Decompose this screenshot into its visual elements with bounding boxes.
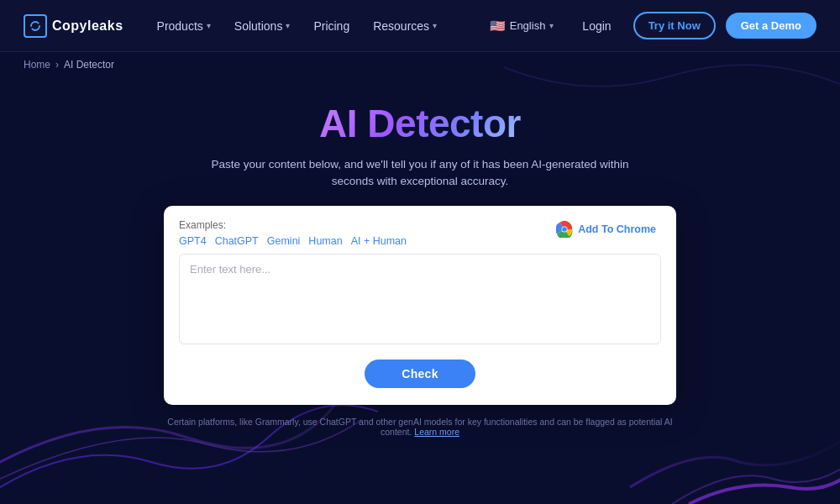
footer-notice: Certain platforms, like Grammarly, use C…: [151, 417, 689, 437]
check-button[interactable]: Check: [365, 360, 475, 388]
card-top-row: Examples: GPT4 ChatGPT Gemini Human AI +…: [179, 219, 661, 247]
lang-chevron-icon: ▾: [549, 21, 554, 30]
logo-text: Copyleaks: [52, 18, 123, 34]
text-input[interactable]: [179, 254, 661, 344]
logo-icon: [24, 14, 47, 38]
example-gpt4[interactable]: GPT4: [179, 235, 207, 247]
breadcrumb-home[interactable]: Home: [24, 59, 50, 71]
add-chrome-label: Add To Chrome: [578, 223, 656, 235]
logo[interactable]: Copyleaks: [24, 14, 123, 38]
breadcrumb-separator: ›: [55, 59, 59, 71]
example-gemini[interactable]: Gemini: [267, 235, 301, 247]
page-title: AI Detector: [319, 101, 521, 146]
resources-chevron-icon: ▾: [433, 21, 437, 30]
footer-learn-more-link[interactable]: Learn more: [414, 427, 459, 437]
products-chevron-icon: ▾: [207, 21, 211, 30]
example-ai-human[interactable]: AI + Human: [351, 235, 407, 247]
subtitle: Paste your content below, and we'll tell…: [202, 156, 638, 191]
examples-label: Examples:: [179, 219, 407, 231]
example-chatgpt[interactable]: ChatGPT: [215, 235, 259, 247]
detector-card: Examples: GPT4 ChatGPT Gemini Human AI +…: [164, 206, 676, 405]
nav-products[interactable]: Products ▾: [147, 13, 221, 39]
nav-links: Products ▾ Solutions ▾ Pricing Resources…: [147, 13, 483, 39]
example-human[interactable]: Human: [308, 235, 342, 247]
breadcrumb: Home › AI Detector: [0, 52, 840, 77]
svg-point-2: [562, 227, 567, 232]
examples-section: Examples: GPT4 ChatGPT Gemini Human AI +…: [179, 219, 407, 247]
chrome-icon: [556, 221, 573, 238]
check-button-wrapper: Check: [179, 360, 661, 388]
language-selector[interactable]: 🇺🇸 English ▾: [483, 14, 561, 38]
main-content: AI Detector Paste your content below, an…: [0, 77, 840, 437]
login-button[interactable]: Login: [570, 13, 622, 39]
nav-solutions[interactable]: Solutions ▾: [224, 13, 301, 39]
nav-resources[interactable]: Resources ▾: [363, 13, 447, 39]
flag-icon: 🇺🇸: [490, 18, 506, 34]
demo-button[interactable]: Get a Demo: [726, 13, 816, 39]
breadcrumb-current: AI Detector: [64, 59, 114, 71]
nav-pricing[interactable]: Pricing: [303, 13, 360, 39]
try-button[interactable]: Try it Now: [633, 12, 716, 39]
nav-right: 🇺🇸 English ▾ Login Try it Now Get a Demo: [483, 12, 816, 39]
add-to-chrome-button[interactable]: Add To Chrome: [551, 219, 661, 239]
solutions-chevron-icon: ▾: [286, 21, 290, 30]
navbar: Copyleaks Products ▾ Solutions ▾ Pricing…: [0, 0, 840, 52]
examples-links: GPT4 ChatGPT Gemini Human AI + Human: [179, 235, 407, 247]
